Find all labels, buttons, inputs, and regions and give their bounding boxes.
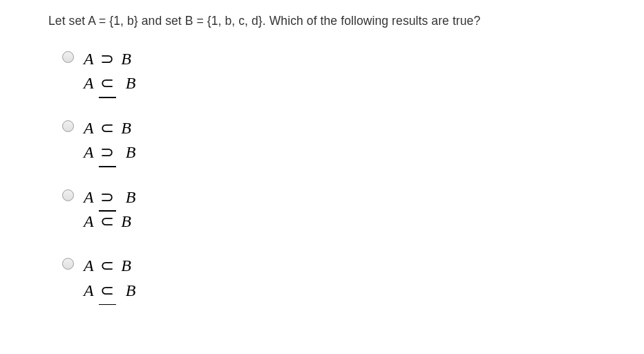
option-3: A ⊃ B A ⊂ B: [62, 186, 596, 233]
option-4-line-2: A ⊂ B: [84, 279, 136, 301]
option-1-line-1: A ⊃ B: [84, 48, 136, 70]
radio-1[interactable]: [62, 51, 74, 63]
option-2-line-2: A ⊃ B: [84, 141, 136, 163]
option-3-content: A ⊃ B A ⊂ B: [84, 186, 136, 233]
radio-3[interactable]: [62, 189, 74, 201]
radio-4[interactable]: [62, 258, 74, 270]
options-container: A ⊃ B A ⊂ B A ⊂ B A ⊃ B: [48, 48, 596, 301]
option-3-line-1: A ⊃ B: [84, 186, 136, 208]
radio-2[interactable]: [62, 120, 74, 132]
option-4-content: A ⊂ B A ⊂ B: [84, 254, 136, 301]
option-1-content: A ⊃ B A ⊂ B: [84, 48, 136, 95]
option-2: A ⊂ B A ⊃ B: [62, 117, 596, 164]
option-4-line-1: A ⊂ B: [84, 254, 136, 277]
option-2-content: A ⊂ B A ⊃ B: [84, 117, 136, 164]
option-1: A ⊃ B A ⊂ B: [62, 48, 596, 95]
option-2-line-1: A ⊂ B: [84, 117, 136, 139]
question-text: Let set A = {1, b} and set B = {1, b, c,…: [48, 14, 596, 28]
option-1-line-2: A ⊂ B: [84, 72, 136, 94]
option-4: A ⊂ B A ⊂ B: [62, 254, 596, 301]
option-3-line-2: A ⊂ B: [84, 210, 136, 232]
